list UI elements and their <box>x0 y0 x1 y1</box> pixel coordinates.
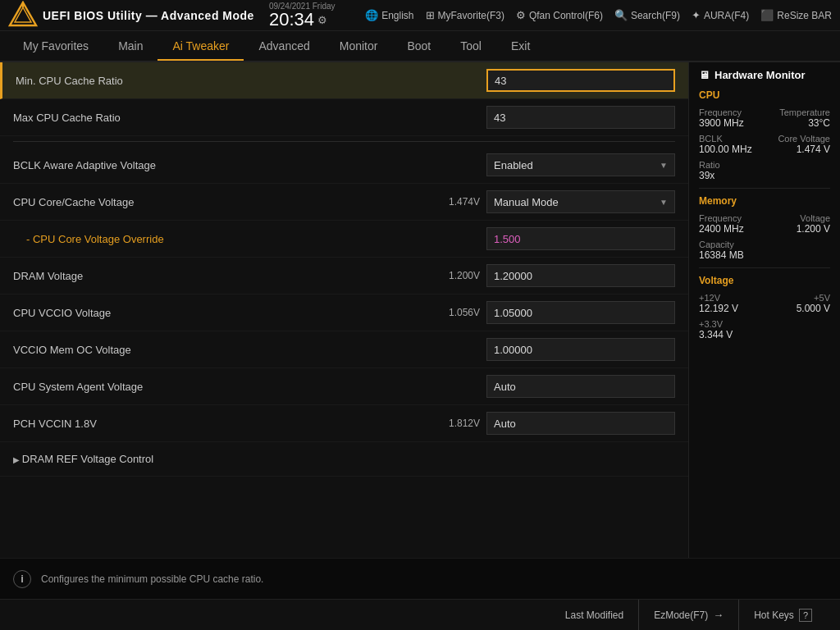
tab-ai-tweaker[interactable]: Ai Tweaker <box>158 33 244 61</box>
cpu-core-cache-voltage-current: 1.474V <box>435 196 480 208</box>
setting-cpu-system-agent-voltage[interactable]: CPU System Agent Voltage <box>0 368 688 405</box>
tab-monitor[interactable]: Monitor <box>325 33 393 59</box>
max-cpu-cache-ratio-label: Max CPU Cache Ratio <box>13 112 486 124</box>
cpu-ratio-row: Ratio 39x <box>699 160 830 183</box>
info-bar: i Configures the minimum possible CPU ca… <box>0 558 840 599</box>
tab-boot[interactable]: Boot <box>392 33 445 59</box>
voltage-section-title: Voltage <box>699 275 830 288</box>
dram-ref-voltage-label: DRAM REF Voltage Control <box>13 453 675 465</box>
memory-voltage-label: Voltage <box>797 213 830 223</box>
voltage-33v-row: +3.3V 3.344 V <box>699 319 830 342</box>
cpu-core-cache-voltage-label: CPU Core/Cache Voltage <box>13 196 435 208</box>
setting-min-cpu-cache-ratio[interactable]: Min. CPU Cache Ratio <box>0 62 688 99</box>
bottom-bar: Last Modified EzMode(F7) → Hot Keys ? <box>0 599 840 630</box>
voltage-12v-row: +12V 12.192 V +5V 5.000 V <box>699 293 830 316</box>
dram-voltage-input[interactable] <box>486 264 675 287</box>
top-actions: 🌐 English ⊞ MyFavorite(F3) ⚙ Qfan Contro… <box>365 9 832 21</box>
setting-vccio-mem-oc-voltage[interactable]: VCCIO Mem OC Voltage <box>0 331 688 368</box>
svg-marker-1 <box>15 7 31 22</box>
settings-icon[interactable]: ⚙ <box>317 15 327 25</box>
action-myfavorite[interactable]: ⊞ MyFavorite(F3) <box>426 9 504 21</box>
memory-freq-row: Frequency 2400 MHz Voltage 1.200 V <box>699 213 830 236</box>
tab-exit[interactable]: Exit <box>496 33 545 59</box>
setting-max-cpu-cache-ratio[interactable]: Max CPU Cache Ratio <box>0 99 688 136</box>
hw-divider-2 <box>699 267 830 268</box>
nav-tabs: My Favorites Main Ai Tweaker Advanced Mo… <box>0 31 840 62</box>
ez-mode-arrow-icon: → <box>713 609 724 621</box>
cpu-core-cache-voltage-arrow: ▼ <box>660 198 668 207</box>
cpu-vccio-voltage-label: CPU VCCIO Voltage <box>13 307 435 319</box>
bclk-aware-arrow: ▼ <box>660 161 668 170</box>
cpu-bclk-row: BCLK 100.00 MHz Core Voltage 1.474 V <box>699 134 830 157</box>
voltage-5v-label: +5V <box>797 293 830 303</box>
bclk-aware-label: BCLK Aware Adaptive Voltage <box>13 159 486 171</box>
setting-dram-ref-voltage-control[interactable]: DRAM REF Voltage Control <box>0 442 688 477</box>
cpu-vccio-voltage-input[interactable] <box>486 301 675 324</box>
action-english[interactable]: 🌐 English <box>365 9 413 21</box>
vccio-mem-oc-voltage-label: VCCIO Mem OC Voltage <box>13 344 486 356</box>
aura-icon: ✦ <box>692 9 701 21</box>
action-myfavorite-label: MyFavorite(F3) <box>438 10 504 21</box>
cpu-bclk-label: BCLK <box>699 134 752 144</box>
hot-keys-button[interactable]: Hot Keys ? <box>738 600 827 631</box>
action-english-label: English <box>381 10 413 21</box>
action-aura[interactable]: ✦ AURA(F4) <box>692 9 749 21</box>
action-resizebar-label: ReSize BAR <box>777 10 832 21</box>
hot-keys-label: Hot Keys <box>754 609 794 621</box>
tab-advanced[interactable]: Advanced <box>244 33 324 59</box>
cpu-bclk-value: 100.00 MHz <box>699 144 752 155</box>
cpu-core-voltage-label: Core Voltage <box>778 134 830 144</box>
content-area: Min. CPU Cache Ratio Max CPU Cache Ratio… <box>0 62 688 558</box>
bclk-aware-select[interactable]: Enabled ▼ <box>486 153 675 176</box>
cpu-temperature-value: 33°C <box>779 117 830 129</box>
memory-frequency-label: Frequency <box>699 213 744 223</box>
dram-voltage-current: 1.200V <box>435 270 480 281</box>
setting-cpu-vccio-voltage[interactable]: CPU VCCIO Voltage 1.056V <box>0 294 688 331</box>
tab-main[interactable]: Main <box>103 33 158 59</box>
cpu-system-agent-voltage-input[interactable] <box>486 375 675 398</box>
max-cpu-cache-ratio-input[interactable] <box>486 106 675 129</box>
setting-cpu-core-cache-voltage[interactable]: CPU Core/Cache Voltage 1.474V Manual Mod… <box>0 184 688 221</box>
pch-vccin-current: 1.812V <box>435 418 480 429</box>
cpu-core-cache-voltage-select[interactable]: Manual Mode ▼ <box>486 190 675 213</box>
time-display: 20:34 ⚙ <box>269 11 327 29</box>
dram-voltage-label: DRAM Voltage <box>13 270 435 282</box>
action-search[interactable]: 🔍 Search(F9) <box>614 9 680 21</box>
hardware-monitor-title: 🖥 Hardware Monitor <box>699 69 830 81</box>
cpu-core-voltage-override-label: - CPU Core Voltage Override <box>13 233 486 245</box>
info-icon: i <box>13 570 31 588</box>
setting-cpu-core-voltage-override[interactable]: - CPU Core Voltage Override <box>0 221 688 258</box>
memory-section-title: Memory <box>699 195 830 208</box>
setting-bclk-aware[interactable]: BCLK Aware Adaptive Voltage Enabled ▼ <box>0 147 688 184</box>
setting-pch-vccin[interactable]: PCH VCCIN 1.8V 1.812V <box>0 405 688 442</box>
pch-vccin-label: PCH VCCIN 1.8V <box>13 418 435 430</box>
voltage-33v-value: 3.344 V <box>699 329 733 340</box>
asus-logo <box>8 1 38 30</box>
cpu-system-agent-voltage-label: CPU System Agent Voltage <box>13 381 486 393</box>
last-modified-button[interactable]: Last Modified <box>550 600 638 631</box>
ez-mode-label: EzMode(F7) <box>654 609 708 621</box>
voltage-5v-value: 5.000 V <box>797 303 830 314</box>
setting-dram-voltage[interactable]: DRAM Voltage 1.200V <box>0 258 688 294</box>
action-qfan[interactable]: ⚙ Qfan Control(F6) <box>516 9 603 21</box>
cpu-core-voltage-override-input[interactable] <box>486 227 675 250</box>
action-qfan-label: Qfan Control(F6) <box>529 10 603 21</box>
myfav-icon: ⊞ <box>426 9 435 21</box>
tab-my-favorites[interactable]: My Favorites <box>8 33 103 59</box>
memory-capacity-value: 16384 MB <box>699 249 744 261</box>
globe-icon: 🌐 <box>365 9 378 21</box>
pch-vccin-input[interactable] <box>486 412 675 435</box>
main-layout: Min. CPU Cache Ratio Max CPU Cache Ratio… <box>0 62 840 558</box>
tab-tool[interactable]: Tool <box>445 33 496 59</box>
voltage-12v-label: +12V <box>699 293 738 303</box>
action-resizebar[interactable]: ⬛ ReSize BAR <box>760 9 832 21</box>
hw-divider-1 <box>699 188 830 189</box>
cpu-temperature-label: Temperature <box>779 107 830 117</box>
ez-mode-button[interactable]: EzMode(F7) → <box>638 600 738 631</box>
min-cpu-cache-ratio-input[interactable] <box>486 69 675 92</box>
question-mark-icon: ? <box>799 609 812 622</box>
monitor-icon: 🖥 <box>699 69 710 81</box>
vccio-mem-oc-voltage-input[interactable] <box>486 338 675 361</box>
cpu-vccio-voltage-current: 1.056V <box>435 307 480 318</box>
cpu-ratio-label: Ratio <box>699 160 720 170</box>
